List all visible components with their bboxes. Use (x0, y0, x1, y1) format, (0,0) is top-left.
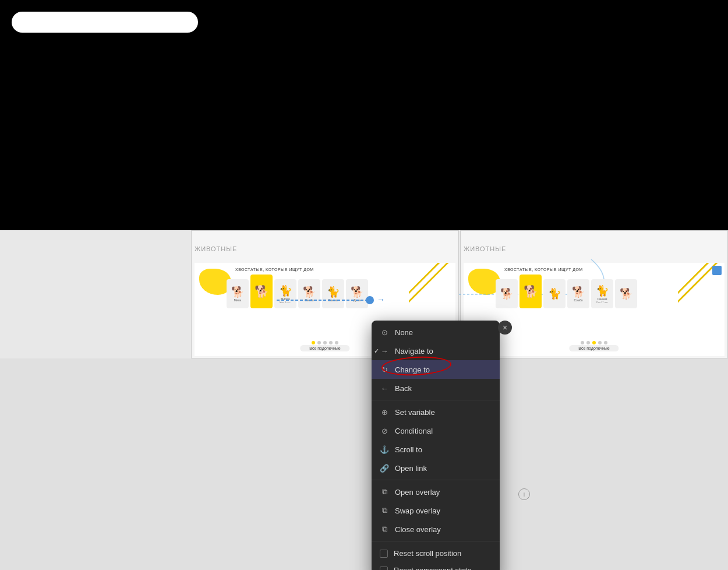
frame-right-label: ЖИВОТНЫЕ (464, 245, 506, 252)
menu-swapoverlay-label: Swap overlay (395, 506, 440, 515)
connection-arrow: → (277, 294, 393, 308)
menu-change-label: Change to (395, 365, 430, 374)
svg-point-1 (366, 296, 374, 304)
checkbox-reset-scroll-box[interactable] (380, 550, 388, 558)
pets-banner-right: ХВОСТАТЫЕ, КОТОРЫЕ ИЩУТ ДОМ 🐕 🐕 🐈 (464, 263, 725, 356)
back-icon: ← (380, 383, 389, 393)
menu-none-label: None (395, 328, 413, 337)
menu-openlink-label: Open link (395, 464, 427, 473)
conditional-icon: ⊘ (380, 426, 389, 435)
context-menu: ⊙ None → Navigate to ↻ Change to ← Back … (372, 321, 500, 570)
frame-right: ЖИВОТНЫЕ ХВОСТАТЫЕ, КОТОРЫЕ ИЩУТ ДОМ 🐕 🐕 (460, 230, 728, 358)
menu-section-1: ⊙ None → Navigate to ↻ Change to ← Back (372, 321, 500, 400)
menu-item-scrollto[interactable]: ⚓ Scroll to (372, 440, 500, 459)
checkbox-reset-component: Reset component state (380, 562, 492, 570)
menu-item-openoverlay[interactable]: ⧉ Open overlay (372, 483, 500, 501)
menu-item-navigate[interactable]: → Navigate to (372, 342, 500, 360)
checkbox-reset-scroll-label: Reset scroll position (394, 549, 461, 558)
none-icon: ⊙ (380, 328, 389, 337)
swapoverlay-icon: ⧉ (380, 506, 389, 515)
menu-navigate-label: Navigate to (395, 347, 433, 356)
navigate-icon: → (380, 346, 389, 356)
menu-item-setvariable[interactable]: ⊕ Set variable (372, 403, 500, 421)
bottom-section (0, 358, 728, 570)
checkbox-reset-component-label: Reset component state (394, 566, 472, 570)
banner-title-left: ХВОСТАТЫЕ, КОТОРЫЕ ИЩУТ ДОМ (235, 268, 314, 272)
menu-closeoverlay-label: Close overlay (395, 525, 441, 534)
menu-conditional-label: Conditional (395, 427, 433, 435)
menu-item-swapoverlay[interactable]: ⧉ Swap overlay (372, 501, 500, 520)
menu-item-conditional[interactable]: ⊘ Conditional (372, 421, 500, 440)
menu-item-closeoverlay[interactable]: ⧉ Close overlay (372, 520, 500, 539)
link-icon: 🔗 (380, 463, 389, 473)
banner-title-right: ХВОСТАТЫЕ, КОТОРЫЕ ИЩУТ ДОМ (504, 268, 583, 272)
menu-close-button[interactable]: × (498, 321, 512, 335)
variable-icon: ⊕ (380, 407, 389, 417)
scroll-icon: ⚓ (380, 445, 389, 454)
menu-back-label: Back (395, 384, 412, 393)
openoverlay-icon: ⧉ (380, 487, 389, 497)
closeoverlay-icon: ⧉ (380, 525, 389, 534)
menu-item-openlink[interactable]: 🔗 Open link (372, 459, 500, 477)
top-bar (0, 0, 728, 230)
change-icon: ↻ (380, 365, 389, 374)
menu-item-change[interactable]: ↻ Change to (372, 360, 500, 379)
menu-section-2: ⊕ Set variable ⊘ Conditional ⚓ Scroll to… (372, 400, 500, 480)
frame-right-content: ХВОСТАТЫЕ, КОТОРЫЕ ИЩУТ ДОМ 🐕 🐕 🐈 (464, 263, 725, 356)
canvas-area: ЖИВОТНЫЕ ХВОСТАТЫЕ, КОТОРЫЕ ИЩУТ ДОМ 🐕 М… (0, 230, 728, 570)
menu-setvariable-label: Set variable (395, 408, 435, 417)
menu-footer: Reset scroll position Reset component st… (372, 541, 500, 570)
svg-text:→: → (377, 295, 385, 304)
menu-item-back[interactable]: ← Back (372, 379, 500, 397)
menu-scrollto-label: Scroll to (395, 445, 422, 454)
top-pill (12, 12, 198, 33)
menu-item-none[interactable]: ⊙ None (372, 323, 500, 342)
menu-section-3: ⧉ Open overlay ⧉ Swap overlay ⧉ Close ov… (372, 480, 500, 541)
menu-openoverlay-label: Open overlay (395, 488, 440, 497)
frame-left-label: ЖИВОТНЫЕ (195, 245, 237, 252)
arrow-svg: → (277, 294, 393, 306)
checkbox-reset-component-box[interactable] (380, 567, 388, 571)
close-icon: × (503, 323, 507, 332)
info-icon[interactable]: i (518, 488, 530, 500)
checkbox-reset-scroll: Reset scroll position (380, 545, 492, 562)
